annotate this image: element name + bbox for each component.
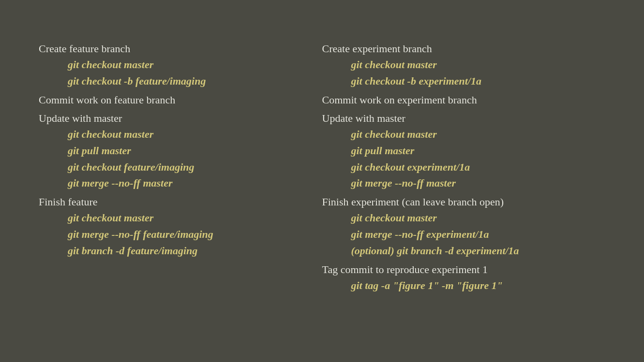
section-label-1: Commit work on experiment branch	[322, 94, 606, 106]
code-line-3-0: git checkout master	[351, 210, 606, 226]
code-line-2-0: git checkout master	[68, 127, 322, 142]
slide: Create feature branchgit checkout master…	[0, 0, 644, 362]
section-label-1: Commit work on feature branch	[39, 94, 322, 106]
section-label-3: Finish experiment (can leave branch open…	[322, 196, 606, 208]
section-label-4: Tag commit to reproduce experiment 1	[322, 263, 606, 276]
code-line-3-1: git merge --no-ff feature/imaging	[68, 227, 322, 242]
code-line-0-0: git checkout master	[68, 57, 322, 72]
code-line-3-1: git merge --no-ff experiment/1a	[351, 227, 606, 242]
code-line-0-1: git checkout -b feature/imaging	[68, 73, 322, 89]
code-line-2-3: git merge --no-ff master	[68, 175, 322, 191]
section-label-2: Update with master	[322, 112, 606, 125]
code-line-3-2: (optional) git branch -d experiment/1a	[351, 243, 606, 259]
section-label-3: Finish feature	[39, 196, 322, 208]
code-line-2-1: git pull master	[351, 143, 606, 159]
right-column: Create experiment branchgit checkout mas…	[322, 39, 606, 343]
code-line-2-2: git checkout feature/imaging	[68, 159, 322, 175]
section-label-2: Update with master	[39, 112, 322, 125]
content-area: Create feature branchgit checkout master…	[39, 39, 605, 343]
code-line-3-2: git branch -d feature/imaging	[68, 243, 322, 259]
left-column: Create feature branchgit checkout master…	[39, 39, 322, 343]
code-line-0-0: git checkout master	[351, 57, 606, 72]
section-label-0: Create experiment branch	[322, 43, 606, 55]
code-line-2-0: git checkout master	[351, 127, 606, 142]
code-line-3-0: git checkout master	[68, 210, 322, 226]
section-label-0: Create feature branch	[39, 43, 322, 55]
code-line-4-0: git tag -a "figure 1" -m "figure 1"	[351, 278, 606, 293]
code-line-2-2: git checkout experiment/1a	[351, 159, 606, 175]
code-line-0-1: git checkout -b experiment/1a	[351, 73, 606, 89]
code-line-2-3: git merge --no-ff master	[351, 175, 606, 191]
code-line-2-1: git pull master	[68, 143, 322, 159]
